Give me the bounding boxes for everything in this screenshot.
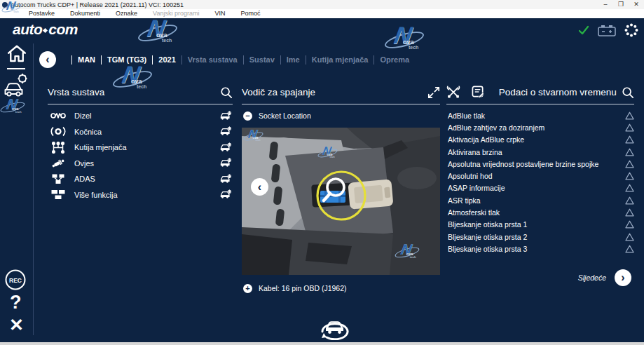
car-gear-icon: [4, 73, 29, 97]
suspension-icon: [51, 158, 65, 169]
car-service-icon: [220, 158, 231, 167]
menubar: Postavke Dokumenti Oznake Vanjski progra…: [0, 9, 644, 18]
breadcrumb-man[interactable]: MAN: [78, 55, 95, 64]
home-button[interactable]: [6, 43, 27, 65]
search-icon[interactable]: [220, 86, 233, 99]
breadcrumb-year[interactable]: 2021: [158, 55, 175, 64]
breadcrumb-oprema: Oprema: [380, 55, 409, 64]
menu-vin[interactable]: VIN: [207, 9, 233, 18]
adas-icon: [52, 174, 64, 184]
car-refresh-icon: [317, 313, 353, 340]
help-button[interactable]: ?: [10, 292, 22, 313]
connection-guide-panel: Vodič za spajanje − Socket Location: [242, 81, 440, 299]
minimize-button[interactable]: –: [598, 0, 613, 9]
system-item-dizel[interactable]: Dizel: [48, 108, 233, 124]
report-icon[interactable]: [472, 86, 485, 99]
socket-location-label: Socket Location: [259, 111, 311, 120]
next-button[interactable]: ›: [615, 269, 631, 286]
breadcrumb-model[interactable]: TGM (TG3): [107, 55, 146, 64]
realtime-item[interactable]: Bljeskanje otiska prsta 3: [446, 243, 634, 255]
breadcrumb-kutija: Kutija mjenjača: [312, 55, 369, 64]
autocom-logo: auto com: [13, 21, 78, 38]
system-panel-title: Vrsta sustava: [48, 87, 104, 97]
menu-vanjski-programi: Vanjski programi: [145, 9, 207, 18]
realtime-data-panel: Podaci o stvarnom vremenu AdBlue tlak Ad…: [446, 81, 634, 286]
car-service-icon: [220, 189, 231, 198]
realtime-item[interactable]: Aktivirana brzina: [446, 146, 634, 158]
realtime-panel-title: Podaci o stvarnom vremenu: [499, 87, 617, 97]
home-icon: [6, 43, 27, 65]
warning-icon: [625, 184, 634, 192]
expand-plus-icon[interactable]: +: [243, 284, 252, 293]
tools-icon[interactable]: [446, 86, 460, 99]
logo-diamond-icon: [43, 27, 48, 32]
vehicle-select-button[interactable]: [317, 313, 353, 343]
system-item-ovjes[interactable]: Ovjes: [48, 156, 233, 172]
next-label: Sljedeće: [578, 273, 606, 282]
menu-postavke[interactable]: Postavke: [21, 9, 62, 18]
dashboard-photo-graphic: [242, 128, 440, 275]
system-item-label: Više funkcija: [69, 191, 220, 199]
back-button[interactable]: ‹: [39, 51, 56, 68]
app-icon: [2, 2, 8, 8]
warning-icon: [625, 220, 634, 229]
realtime-item[interactable]: Aktivacija AdBlue crpke: [446, 134, 634, 146]
menu-oznake[interactable]: Oznake: [108, 9, 145, 18]
socket-location-section[interactable]: − Socket Location: [242, 104, 440, 127]
warning-icon: [625, 245, 634, 253]
realtime-item[interactable]: ASAP informacije: [446, 182, 634, 194]
realtime-item[interactable]: Atmosferski tlak: [446, 206, 634, 218]
breadcrumb-vrsta-sustava: Vrsta sustava: [188, 55, 238, 64]
realtime-item[interactable]: Bljeskanje otiska prsta 2: [446, 231, 634, 243]
system-panel-header: Vrsta sustava: [48, 81, 233, 104]
exit-button[interactable]: ✕: [9, 315, 24, 335]
bottom-strip: [0, 342, 644, 345]
photo-prev-button[interactable]: ‹: [251, 178, 268, 196]
warning-icon: [625, 196, 634, 205]
rail-divider: [33, 43, 34, 335]
menu-dokumenti[interactable]: Dokumenti: [62, 9, 108, 18]
warning-icon: [625, 208, 634, 217]
search-icon[interactable]: [622, 86, 634, 99]
brake-icon: [50, 126, 66, 137]
realtime-item[interactable]: Apsolutni hod: [446, 170, 634, 182]
functions-icon: [51, 189, 65, 200]
realtime-item[interactable]: Bljeskanje otiska prsta 1: [446, 219, 634, 231]
realtime-item[interactable]: ASR tipka: [446, 194, 634, 206]
close-button[interactable]: ✕: [629, 0, 644, 9]
rec-label: REC: [9, 277, 22, 284]
app-window: Autocom Trucks CDP+ | Release 2021 (2021…: [0, 0, 644, 345]
guide-panel-title: Vodič za spajanje: [242, 87, 315, 97]
warning-icon: [625, 123, 634, 132]
cable-row[interactable]: + Kabel: 16 pin OBD (J1962): [242, 277, 440, 299]
maximize-button[interactable]: ❐: [613, 0, 629, 9]
vehicle-settings-button[interactable]: [4, 73, 29, 97]
novatech-watermark: Novatech: [137, 18, 182, 48]
menu-pomoc[interactable]: Pomoć: [233, 9, 268, 18]
logo-text-1: auto: [13, 21, 42, 38]
expand-icon[interactable]: [427, 86, 440, 99]
system-item-vise-funkcija[interactable]: Više funkcija: [48, 187, 233, 203]
battery-icon[interactable]: [598, 25, 616, 36]
window-title: Autocom Trucks CDP+ | Release 2021 (2021…: [11, 1, 184, 8]
system-item-kocnica[interactable]: Kočnica: [48, 124, 233, 140]
socket-location-photo[interactable]: ‹ Novatech Novatech Novatech: [242, 128, 440, 275]
warning-icon: [625, 233, 634, 241]
collapse-icon[interactable]: −: [243, 111, 252, 121]
system-type-panel: Vrsta sustava Dizel Kočnica Kutija mjenj…: [48, 81, 233, 203]
record-button[interactable]: REC: [4, 269, 27, 291]
car-service-icon: [220, 111, 231, 120]
rail-separator: [7, 68, 25, 69]
car-service-icon: [220, 126, 231, 135]
warning-icon: [625, 148, 634, 156]
guide-panel-header: Vodič za spajanje: [242, 81, 440, 104]
system-item-adas[interactable]: ADAS: [48, 171, 233, 187]
system-item-label: ADAS: [69, 175, 220, 183]
realtime-panel-header: Podaci o stvarnom vremenu: [446, 81, 634, 104]
realtime-item[interactable]: AdBlue zahtjev za doziranjem: [446, 121, 634, 133]
connection-ok-icon: [578, 25, 589, 35]
realtime-item[interactable]: AdBlue tlak: [446, 109, 634, 121]
system-item-kutija-mjenjaca[interactable]: Kutija mjenjača: [48, 140, 233, 156]
realtime-item[interactable]: Apsolutna vrijednost postavljene brzine …: [446, 158, 634, 170]
system-item-label: Dizel: [69, 111, 220, 120]
